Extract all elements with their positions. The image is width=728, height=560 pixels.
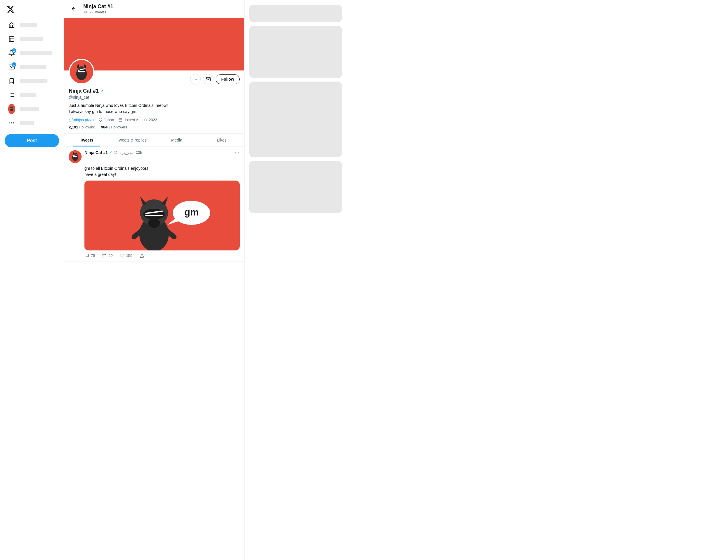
tweet-handle-time: @ninja_cat · 22h [114,150,142,155]
lists-label [20,93,36,97]
sidebar-item-explore[interactable] [5,33,59,45]
list-icon [8,91,15,98]
profile-joined: Joined August 2022 [119,118,157,122]
sidebar-item-lists[interactable] [5,89,59,101]
tweet-actions: 78 59 159 [69,253,240,258]
left-sidebar: 3 1 [0,0,64,560]
svg-point-45 [235,153,236,153]
notifications-badge: 3 [12,48,16,53]
profile-handle: @ninja_cat [69,95,240,100]
share-action[interactable] [139,253,144,258]
profile-info-area: ··· Follow Ninja Cat #1 ✓ @ninja_cat Jus… [64,70,244,134]
profile-tweet-count: 74.5K Tweets [83,10,113,14]
main-content: Ninja Cat #1 74.5K Tweets [64,0,245,560]
right-placeholder-4 [249,161,342,213]
bookmarks-label [20,79,47,83]
profile-header-top: Ninja Cat #1 74.5K Tweets [64,0,244,18]
tweet-item: Ninja Cat #1 ✓ @ninja_cat · 22h gm to al… [64,147,244,262]
mail-icon: 1 [8,63,15,70]
reply-action[interactable]: 78 [84,253,95,258]
back-button[interactable] [69,4,79,14]
tweet-header: Ninja Cat #1 ✓ @ninja_cat · 22h [69,150,240,163]
explore-label [20,37,43,41]
tab-likes[interactable]: Likes [199,134,244,146]
profile-header-title: Ninja Cat #1 74.5K Tweets [83,3,113,14]
bell-icon: 3 [8,50,15,56]
follow-button[interactable]: Follow [216,74,240,84]
sidebar-item-more[interactable] [5,116,59,129]
svg-rect-0 [9,37,14,42]
verified-badge: ✓ [100,88,104,94]
svg-point-30 [100,119,101,120]
x-logo[interactable] [5,3,16,15]
home-label [20,23,37,27]
svg-text:gm: gm [184,207,199,218]
svg-point-51 [143,209,165,220]
profile-meta: ninjas.pizza Japan Joined August 2022 [69,118,240,122]
right-sidebar [245,0,347,560]
svg-point-18 [11,123,12,123]
sidebar-item-notifications[interactable]: 3 [5,47,59,59]
profile-stats: 2,191 Following 984K Followers [69,125,240,129]
right-placeholder-2 [249,26,342,78]
followers-stat[interactable]: 984K Followers [101,125,127,129]
message-button[interactable] [203,74,213,84]
profile-bio: Just a humble Ninja who loves Bitcoin Or… [69,103,240,115]
tweet-verified: ✓ [109,150,112,155]
profile-website: ninjas.pizza [69,118,94,122]
more-options-button[interactable]: ··· [190,74,201,84]
svg-point-20 [10,123,10,123]
avatar [69,59,94,84]
following-stat[interactable]: 2,191 Following [69,125,95,129]
profile-header-name: Ninja Cat #1 [83,3,113,10]
more-label [20,121,34,125]
profile-label [20,107,39,111]
messages-badge: 1 [12,62,16,67]
sidebar-item-bookmarks[interactable] [5,75,59,87]
tweet-meta: Ninja Cat #1 ✓ @ninja_cat · 22h [84,150,232,155]
right-placeholder-3 [249,82,342,157]
sidebar-item-profile[interactable] [5,103,59,115]
svg-point-54 [148,218,160,228]
svg-rect-31 [119,118,122,121]
profile-top-row: ··· Follow [69,59,240,84]
svg-point-44 [238,153,239,153]
bookmark-icon [8,77,15,84]
notifications-label [20,51,52,55]
like-action[interactable]: 159 [120,253,132,258]
tweet-author-name: Ninja Cat #1 [84,150,108,155]
tab-tweets[interactable]: Tweets [64,134,109,146]
sidebar-item-messages[interactable]: 1 [5,61,59,73]
profile-name-row: Ninja Cat #1 ✓ [69,88,240,94]
profile-name: Ninja Cat #1 [69,88,99,94]
explore-icon [8,36,15,43]
tweet-body: gm to all Bitcoin Ordinals enjoyoors hav… [69,165,240,178]
profile-icon [8,105,15,112]
tab-tweets-replies[interactable]: Tweets & replies [109,134,154,146]
profile-tabs: Tweets Tweets & replies Media Likes [64,134,244,147]
post-button[interactable]: Post [5,134,59,147]
tweet-image: gm [84,181,240,250]
messages-label [20,65,46,69]
svg-point-19 [13,123,14,123]
svg-point-43 [237,153,237,153]
right-placeholder-1 [249,5,342,22]
tab-media[interactable]: Media [154,134,199,146]
svg-rect-29 [206,77,210,81]
profile-location: Japan [98,118,114,122]
tweet-avatar [69,150,82,163]
more-icon [8,119,15,126]
sidebar-item-home[interactable] [5,19,59,31]
home-icon [8,22,15,29]
tweet-more-button[interactable] [234,150,240,157]
profile-actions: ··· Follow [190,74,240,84]
retweet-action[interactable]: 59 [102,253,112,258]
